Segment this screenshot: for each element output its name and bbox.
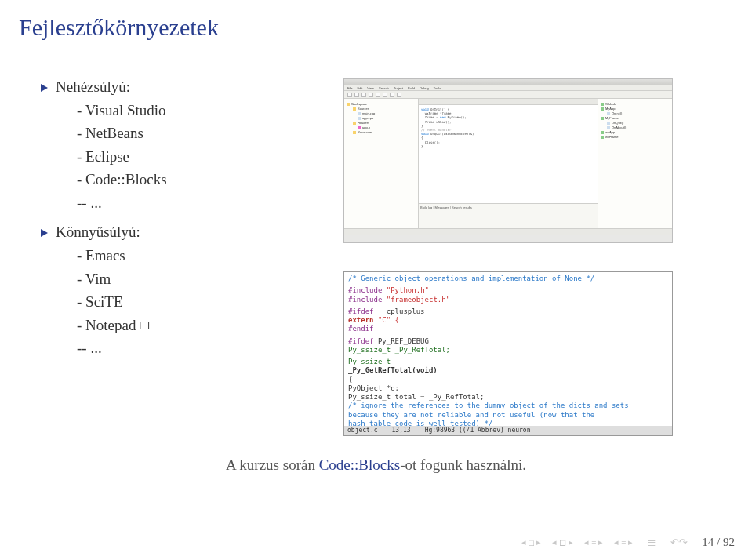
ide-screenshot: FileEditViewSearchProjectBuildDebugTools… [343, 78, 673, 243]
bullet-label: Nehézsúlyú: [56, 78, 130, 96]
nav-controls: ◂□▸ ◂◻▸ ◂≡▸ ◂≡▸ [521, 537, 633, 547]
bullet-list: Nehézsúlyú: Visual Studio NetBeans Eclip… [19, 78, 325, 436]
list-item: - ... [77, 191, 325, 214]
list-item: - ... [77, 336, 325, 359]
list-item: Notepad++ [77, 314, 325, 336]
list-item: Visual Studio [77, 99, 325, 122]
sublist-light: Emacs Vim SciTE Notepad++ - ... [77, 244, 325, 359]
nav-section-icon[interactable]: ◂≡▸ [614, 537, 633, 547]
bullet-label: Könnyűsúlyú: [56, 224, 140, 241]
bullet-heavy: Nehézsúlyú: [41, 78, 325, 96]
triangle-icon [41, 229, 48, 237]
nav-back-icon[interactable]: ↶↷ [670, 536, 688, 549]
bullet-light: Könnyűsúlyú: [41, 224, 325, 241]
page-title: Fejlesztőkörnyezetek [19, 14, 733, 41]
nav-appendix-icon[interactable]: ≣ [647, 536, 656, 549]
page-number: 14 / 92 [702, 536, 735, 549]
list-item: NetBeans [77, 122, 325, 144]
vim-screenshot: /* Generic object operations and impleme… [343, 271, 673, 436]
nav-frame-icon[interactable]: ◂□▸ [521, 537, 541, 547]
list-item: SciTE [77, 290, 325, 313]
summary-line: A kurzus során Code::Blocks-ot fogunk ha… [0, 456, 752, 474]
list-item: Emacs [77, 244, 325, 267]
triangle-icon [41, 84, 48, 92]
code-line: /* Generic object operations and impleme… [348, 275, 668, 283]
nav-subsection-icon[interactable]: ◂◻▸ [552, 537, 573, 547]
nav-section-icon[interactable]: ◂≡▸ [584, 537, 603, 547]
list-item: Vim [77, 267, 325, 290]
list-item: Eclipse [77, 145, 325, 168]
vim-statusline: object.c 13,13 Hg:98963 ((/1 Abbrev) neu… [344, 426, 672, 435]
sublist-heavy: Visual Studio NetBeans Eclipse Code::Blo… [77, 99, 325, 214]
beamer-footer: ◂□▸ ◂◻▸ ◂≡▸ ◂≡▸ ≣ ↶↷ 14 / 92 [521, 536, 735, 549]
list-item: Code::Blocks [77, 168, 325, 191]
